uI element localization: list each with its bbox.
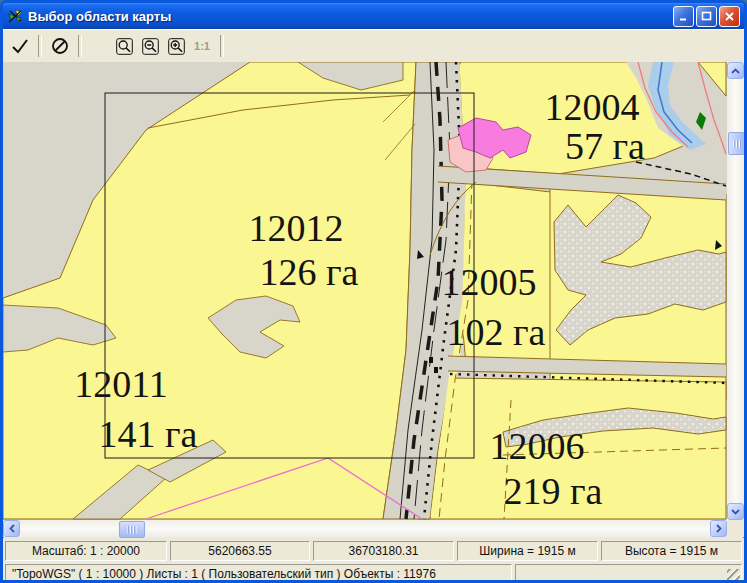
check-icon [11,38,29,54]
horizontal-scroll-track[interactable] [20,520,710,537]
map-info-text: "TopoWGS" ( 1 : 10000 ) Листы : 1 ( Поль… [5,564,512,583]
parcel-area-12006: 219 га [504,470,603,512]
status-width: Ширина = 1915 м [457,541,598,561]
close-button[interactable] [719,6,740,27]
chevron-right-icon [716,524,722,533]
minimize-icon [678,11,689,22]
apply-button[interactable] [7,33,33,59]
zoom-select-button[interactable] [111,33,137,59]
toolbar: 1:1 [3,29,744,62]
zoom-one-to-one-button[interactable]: 1:1 [189,33,215,59]
toolbar-separator [78,35,82,57]
info-bar: "TopoWGS" ( 1 : 10000 ) Листы : 1 ( Поль… [3,563,744,583]
maximize-button[interactable] [696,6,717,27]
magnifier-plus-icon [168,38,185,55]
parcel-number-12012: 12012 [249,207,344,249]
chevron-down-icon [731,509,740,515]
thumb-grip [733,140,741,147]
map-area-selection-window: Выбор области карты [0,0,747,583]
chevron-up-icon [731,68,740,74]
status-height: Высота = 1915 м [601,541,742,561]
parcel-number-12004: 12004 [545,86,640,128]
resize-grip[interactable] [727,569,740,582]
scroll-down-button[interactable] [727,503,744,520]
window-title: Выбор области карты [28,9,673,24]
vertical-scroll-track[interactable] [727,79,744,503]
horizontal-scroll-thumb[interactable] [119,521,145,538]
parcel-area-12011: 141 га [99,413,198,455]
scroll-left-button[interactable] [3,520,20,537]
scroll-right-button[interactable] [710,520,727,537]
parcel-area-12005: 102 га [447,311,546,353]
one-to-one-label: 1:1 [190,40,214,52]
parcel-area-12012: 126 га [260,251,359,293]
vertical-scroll-thumb[interactable] [728,132,745,155]
vertical-scrollbar[interactable] [727,62,744,520]
status-scale: Масштаб: 1 : 20000 [5,541,167,561]
parcel-number-12005: 12005 [442,261,537,303]
maximize-icon [701,11,712,22]
status-coord-x: 5620663.55 [170,541,310,561]
close-icon [724,11,735,22]
map-app-icon [7,8,24,25]
status-bar: Масштаб: 1 : 20000 5620663.55 36703180.3… [3,538,744,563]
magnifier-minus-icon [142,38,159,55]
parcel-number-12011: 12011 [74,363,168,405]
scrollbar-corner [727,520,744,537]
titlebar: Выбор области карты [3,3,744,29]
minimize-button[interactable] [673,6,694,27]
no-entry-icon [51,37,69,55]
zoom-out-button[interactable] [137,33,163,59]
cancel-button[interactable] [47,33,73,59]
toolbar-separator [220,35,224,57]
status-coord-y: 36703180.31 [313,541,454,561]
scroll-up-button[interactable] [727,62,744,79]
parcel-area-12004: 57 га [565,125,645,167]
zoom-in-button[interactable] [163,33,189,59]
horizontal-scrollbar[interactable] [3,520,727,537]
magnifier-icon [116,38,133,55]
toolbar-separator [38,35,42,57]
thumb-grip [128,526,137,534]
chevron-left-icon [9,524,15,533]
parcel-number-12006: 12006 [490,425,585,467]
map-canvas[interactable]: 12004 57 га 12012 126 га 12005 102 га 12… [3,62,727,520]
